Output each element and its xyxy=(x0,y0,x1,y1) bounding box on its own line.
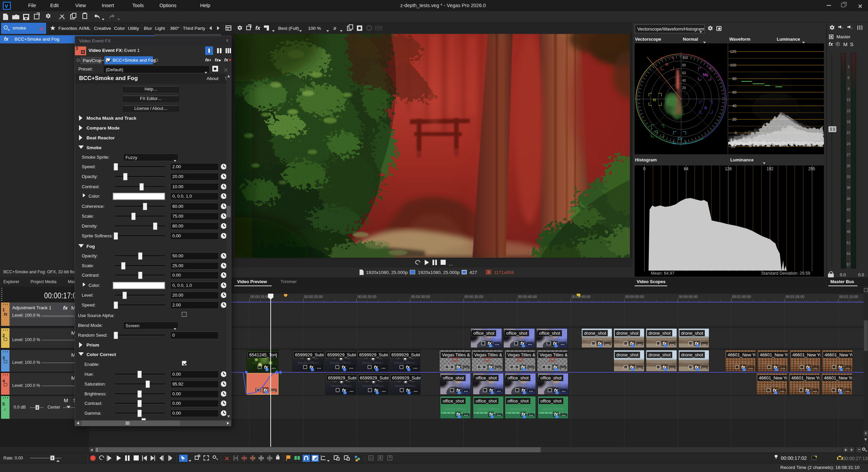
svg-text:Cy: Cy xyxy=(678,136,682,140)
svg-text:0: 0 xyxy=(643,166,645,171)
svg-text:120: 120 xyxy=(730,50,736,54)
svg-text:100: 100 xyxy=(730,63,736,67)
svg-text:80: 80 xyxy=(682,63,686,67)
svg-text:0: 0 xyxy=(735,131,737,135)
svg-text:128: 128 xyxy=(725,166,732,171)
svg-text:Mg: Mg xyxy=(703,73,708,77)
svg-text:20: 20 xyxy=(732,117,736,121)
svg-text:Yl: Yl xyxy=(653,98,656,102)
svg-text:100: 100 xyxy=(682,56,688,60)
svg-text:80: 80 xyxy=(732,77,736,81)
svg-text:60: 60 xyxy=(682,71,686,75)
svg-text:40: 40 xyxy=(682,79,686,82)
svg-text:B: B xyxy=(705,106,707,110)
svg-text:20: 20 xyxy=(682,86,686,90)
svg-text:R: R xyxy=(666,62,668,66)
svg-text:40: 40 xyxy=(732,104,736,108)
svg-text:Mean: 64.97: Mean: 64.97 xyxy=(651,271,675,276)
svg-text:60: 60 xyxy=(732,90,736,94)
svg-text:64: 64 xyxy=(684,166,689,171)
svg-text:255: 255 xyxy=(808,166,815,171)
svg-text:192: 192 xyxy=(767,166,773,171)
svg-text:Standard Deviation: 29.59: Standard Deviation: 29.59 xyxy=(761,271,810,276)
